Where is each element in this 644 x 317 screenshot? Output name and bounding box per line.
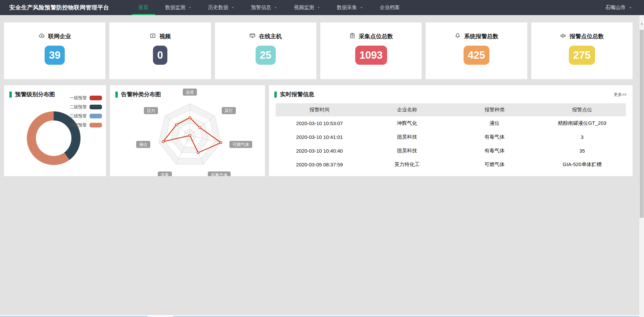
table-cell: 液位 <box>451 116 538 130</box>
svg-text:温度: 温度 <box>186 90 194 95</box>
region-selector[interactable]: 石嘴山市 ▼ <box>605 4 632 11</box>
table-cell: 35 <box>538 144 626 158</box>
realtime-alarm-card: 实时报警信息 更多>> 报警时间企业名称报警种类报警点位 2020-03-10 … <box>269 85 633 176</box>
bottom-row: 区域报警TOP10 个数01020304050昊科技-气体监测鹏盛化工-1#电石… <box>4 185 633 306</box>
app-title: 安全生产风险预警防控物联网管理平台 <box>9 4 109 11</box>
horizontal-scrollbar-thumb[interactable] <box>148 316 173 317</box>
legend-label: 三级预警 <box>69 113 87 119</box>
table-cell: 2020-03-10 10:53:07 <box>276 116 363 130</box>
title-marker <box>9 92 12 98</box>
nav-item-label: 视频监测 <box>294 4 314 11</box>
vertical-scrollbar[interactable]: ▲ <box>639 15 644 317</box>
more-link[interactable]: 更多>> <box>614 92 627 98</box>
nav-item-label: 数据采集 <box>337 4 357 11</box>
title-marker <box>274 92 277 98</box>
table-cell: 2020-03-05 08:37:59 <box>276 158 363 171</box>
stat-value-badge: 25 <box>256 46 276 65</box>
stat-label: 联网企业 <box>48 33 71 40</box>
stat-label: 在线主机 <box>259 33 282 40</box>
realtime-alarm-table: 报警时间企业名称报警种类报警点位 2020-03-10 10:53:07坤辉气化… <box>276 103 626 171</box>
legend-item-1[interactable]: 一级预警 <box>69 93 102 102</box>
legend-label: 一级预警 <box>69 95 87 101</box>
table-cell: 德昊科技 <box>363 130 451 144</box>
stat-card-collection-points: 采集点位总数 1093 <box>320 22 422 79</box>
legend-label: 四级预警 <box>69 122 87 128</box>
table-cell: GIA-520单体贮槽 <box>538 158 626 171</box>
stat-card-connected-companies: 联网企业 39 <box>4 22 105 79</box>
main-nav: 首页数据监测▼历史数据▼预警信息▼视频监测▼数据采集▼企业档案 <box>130 0 409 15</box>
chevron-down-icon: ▼ <box>317 6 320 9</box>
middle-row: 预警级别分布图 一级预警二级预警三级预警四级预警 告警种类分布图 温度其它可燃气… <box>4 85 633 176</box>
table-cell: 有毒气体 <box>451 144 538 158</box>
nav-item-label: 数据监测 <box>165 4 185 11</box>
table-cell: 英力特化工 <box>363 158 451 171</box>
chevron-down-icon: ▼ <box>231 6 234 9</box>
stat-card-system-alarms: 系统报警总数 425 <box>426 22 527 79</box>
table-cell: 坤辉气化 <box>363 116 451 130</box>
stat-label: 报警点位总数 <box>570 33 604 40</box>
donut-legend: 一级预警二级预警三级预警四级预警 <box>69 93 102 129</box>
svg-text:有毒气体: 有毒气体 <box>211 173 228 176</box>
table-cell: 2020-03-10 10:40:40 <box>276 144 363 158</box>
speaker-icon <box>560 33 566 40</box>
video-icon <box>150 33 156 40</box>
stat-value-badge: 425 <box>464 46 490 65</box>
svg-text:其它: 其它 <box>225 108 233 113</box>
table-cell: 可燃气体 <box>451 158 538 171</box>
title-marker <box>115 92 118 98</box>
legend-item-2[interactable]: 二级预警 <box>69 102 102 111</box>
stat-card-online-hosts: 在线主机 25 <box>215 22 316 79</box>
stat-value-badge: 39 <box>45 46 65 65</box>
table-cell: 德昊科技 <box>363 144 451 158</box>
card-title-warning-level: 预警级别分布图 <box>9 91 55 98</box>
horizontal-scrollbar[interactable] <box>0 315 644 317</box>
cloud-link-icon <box>39 33 45 40</box>
legend-swatch <box>90 114 102 118</box>
table-row[interactable]: 2020-03-10 10:41:01德昊科技有毒气体3 <box>276 130 626 144</box>
stat-label: 采集点位总数 <box>359 33 393 40</box>
legend-item-3[interactable]: 三级预警 <box>69 111 102 120</box>
top-navbar: 安全生产风险预警防控物联网管理平台 首页数据监测▼历史数据▼预警信息▼视频监测▼… <box>0 0 644 15</box>
card-title-realtime-alarm: 实时报警信息 <box>274 91 314 98</box>
vertical-scrollbar-thumb[interactable] <box>640 30 644 218</box>
nav-item-2[interactable]: 数据监测▼ <box>157 0 200 15</box>
table-cell: 3 <box>538 130 626 144</box>
table-cell: 有毒气体 <box>451 130 538 144</box>
nav-item-6[interactable]: 数据采集▼ <box>328 0 371 15</box>
nav-item-label: 历史数据 <box>208 4 228 11</box>
table-cell: 2020-03-10 10:41:01 <box>276 130 363 144</box>
table-column-header: 报警时间 <box>276 103 363 116</box>
stat-value-badge: 1093 <box>355 46 387 65</box>
legend-swatch <box>90 123 102 127</box>
table-row[interactable]: 2020-03-05 08:37:59英力特化工可燃气体GIA-520单体贮槽 <box>276 158 626 171</box>
stat-value-badge: 275 <box>569 46 595 65</box>
legend-swatch <box>90 96 102 100</box>
table-cell: 精醇南罐液位GT_203 <box>538 116 626 130</box>
alarm-type-card: 告警种类分布图 温度其它可燃气体有毒气体流量液位压力 <box>110 85 265 176</box>
table-column-header: 企业名称 <box>363 103 451 116</box>
nav-item-4[interactable]: 预警信息▼ <box>243 0 285 15</box>
table-row[interactable]: 2020-03-10 10:40:40德昊科技有毒气体35 <box>276 144 626 158</box>
card-title-alarm-type: 告警种类分布图 <box>115 91 161 98</box>
legend-item-4[interactable]: 四级预警 <box>69 120 102 129</box>
nav-item-7[interactable]: 企业档案 <box>371 0 408 15</box>
nav-item-5[interactable]: 视频监测▼ <box>285 0 328 15</box>
chevron-down-icon: ▼ <box>274 6 277 9</box>
table-row[interactable]: 2020-03-10 10:53:07坤辉气化液位精醇南罐液位GT_203 <box>276 116 626 130</box>
monitor-icon <box>249 33 256 40</box>
dashboard-content: 联网企业 39 视频 0 在线主机 25 采集点位总数 1093 <box>4 22 633 306</box>
nav-item-label: 企业档案 <box>380 4 400 11</box>
stat-value-badge: 0 <box>153 46 167 65</box>
bell-icon <box>454 33 461 40</box>
legend-swatch <box>90 105 102 109</box>
nav-item-label: 预警信息 <box>251 4 271 11</box>
nav-item-1[interactable]: 首页 <box>130 0 157 15</box>
chevron-down-icon: ▼ <box>360 6 363 9</box>
svg-text:流量: 流量 <box>161 173 169 176</box>
chevron-down-icon: ▼ <box>629 6 632 9</box>
nav-item-label: 首页 <box>139 4 149 11</box>
warning-level-card: 预警级别分布图 一级预警二级预警三级预警四级预警 <box>4 85 106 176</box>
nav-item-3[interactable]: 历史数据▼ <box>200 0 243 15</box>
stat-card-video: 视频 0 <box>109 22 211 79</box>
scroll-up-icon[interactable]: ▲ <box>639 15 644 25</box>
